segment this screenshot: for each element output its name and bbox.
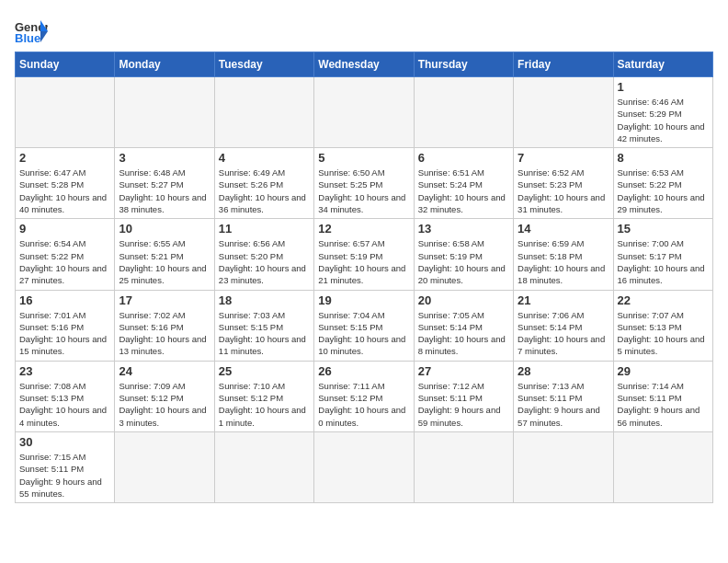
day-number: 15 <box>618 222 709 236</box>
calendar-cell: 5Sunrise: 6:50 AMSunset: 5:25 PMDaylight… <box>314 148 414 219</box>
day-info: Sunrise: 7:11 AMSunset: 5:12 PMDaylight:… <box>318 380 409 429</box>
day-info: Sunrise: 6:59 AMSunset: 5:18 PMDaylight:… <box>518 237 609 286</box>
calendar-cell: 24Sunrise: 7:09 AMSunset: 5:12 PMDayligh… <box>115 361 214 431</box>
calendar-cell: 23Sunrise: 7:08 AMSunset: 5:13 PMDayligh… <box>16 361 115 431</box>
calendar-row: 1Sunrise: 6:46 AMSunset: 5:29 PMDaylight… <box>16 77 713 148</box>
calendar-cell <box>414 431 513 502</box>
page-header: General Blue <box>15 15 713 44</box>
day-number: 30 <box>19 435 110 449</box>
day-number: 2 <box>19 151 110 165</box>
calendar-cell <box>613 431 712 502</box>
day-number: 11 <box>219 222 310 236</box>
day-info: Sunrise: 7:08 AMSunset: 5:13 PMDaylight:… <box>19 380 110 429</box>
day-info: Sunrise: 6:51 AMSunset: 5:24 PMDaylight:… <box>418 167 509 215</box>
logo: General Blue <box>15 18 48 44</box>
calendar-cell <box>16 77 115 148</box>
calendar-cell: 11Sunrise: 6:56 AMSunset: 5:20 PMDayligh… <box>214 219 313 290</box>
weekday-saturday: Saturday <box>613 52 712 77</box>
day-number: 22 <box>618 293 709 307</box>
calendar-cell: 12Sunrise: 6:57 AMSunset: 5:19 PMDayligh… <box>314 219 414 290</box>
calendar-cell: 28Sunrise: 7:13 AMSunset: 5:11 PMDayligh… <box>514 361 613 431</box>
calendar-cell <box>514 77 613 148</box>
day-info: Sunrise: 7:09 AMSunset: 5:12 PMDaylight:… <box>119 380 210 429</box>
calendar-row: 30Sunrise: 7:15 AMSunset: 5:11 PMDayligh… <box>16 431 713 502</box>
day-number: 29 <box>618 364 709 378</box>
day-info: Sunrise: 6:48 AMSunset: 5:27 PMDaylight:… <box>119 167 210 215</box>
calendar-table: SundayMondayTuesdayWednesdayThursdayFrid… <box>15 52 713 503</box>
day-number: 20 <box>418 293 509 307</box>
day-info: Sunrise: 7:13 AMSunset: 5:11 PMDaylight:… <box>518 380 609 429</box>
day-number: 4 <box>219 151 310 165</box>
logo-icon: General Blue <box>15 18 48 44</box>
calendar-cell: 13Sunrise: 6:58 AMSunset: 5:19 PMDayligh… <box>414 219 513 290</box>
day-number: 9 <box>19 222 110 236</box>
day-number: 21 <box>518 293 609 307</box>
calendar-cell: 16Sunrise: 7:01 AMSunset: 5:16 PMDayligh… <box>16 290 115 361</box>
calendar-cell <box>214 431 313 502</box>
day-info: Sunrise: 6:55 AMSunset: 5:21 PMDaylight:… <box>119 237 210 286</box>
calendar-cell <box>314 77 414 148</box>
weekday-friday: Friday <box>514 52 613 77</box>
calendar-cell: 10Sunrise: 6:55 AMSunset: 5:21 PMDayligh… <box>115 219 214 290</box>
svg-text:Blue: Blue <box>15 31 40 44</box>
day-number: 17 <box>119 293 210 307</box>
day-number: 13 <box>418 222 509 236</box>
day-number: 1 <box>618 80 709 94</box>
calendar-cell: 27Sunrise: 7:12 AMSunset: 5:11 PMDayligh… <box>414 361 513 431</box>
calendar-cell: 3Sunrise: 6:48 AMSunset: 5:27 PMDaylight… <box>115 148 214 219</box>
calendar-cell: 20Sunrise: 7:05 AMSunset: 5:14 PMDayligh… <box>414 290 513 361</box>
day-number: 8 <box>618 151 709 165</box>
day-info: Sunrise: 7:00 AMSunset: 5:17 PMDaylight:… <box>618 237 709 286</box>
calendar-cell <box>414 77 513 148</box>
day-number: 7 <box>518 151 609 165</box>
calendar-cell: 30Sunrise: 7:15 AMSunset: 5:11 PMDayligh… <box>16 431 115 502</box>
weekday-tuesday: Tuesday <box>214 52 313 77</box>
day-info: Sunrise: 6:47 AMSunset: 5:28 PMDaylight:… <box>19 167 110 215</box>
calendar-cell: 6Sunrise: 6:51 AMSunset: 5:24 PMDaylight… <box>414 148 513 219</box>
weekday-wednesday: Wednesday <box>314 52 414 77</box>
day-info: Sunrise: 7:14 AMSunset: 5:11 PMDaylight:… <box>618 380 709 429</box>
calendar-row: 2Sunrise: 6:47 AMSunset: 5:28 PMDaylight… <box>16 148 713 219</box>
day-info: Sunrise: 6:58 AMSunset: 5:19 PMDaylight:… <box>418 237 509 286</box>
calendar-row: 23Sunrise: 7:08 AMSunset: 5:13 PMDayligh… <box>16 361 713 431</box>
calendar-row: 16Sunrise: 7:01 AMSunset: 5:16 PMDayligh… <box>16 290 713 361</box>
weekday-monday: Monday <box>115 52 214 77</box>
day-number: 18 <box>219 293 310 307</box>
calendar-cell: 29Sunrise: 7:14 AMSunset: 5:11 PMDayligh… <box>613 361 712 431</box>
calendar-cell: 18Sunrise: 7:03 AMSunset: 5:15 PMDayligh… <box>214 290 313 361</box>
day-number: 26 <box>318 364 409 378</box>
day-info: Sunrise: 7:10 AMSunset: 5:12 PMDaylight:… <box>219 380 310 429</box>
calendar-cell: 21Sunrise: 7:06 AMSunset: 5:14 PMDayligh… <box>514 290 613 361</box>
calendar-cell: 7Sunrise: 6:52 AMSunset: 5:23 PMDaylight… <box>514 148 613 219</box>
calendar-cell: 14Sunrise: 6:59 AMSunset: 5:18 PMDayligh… <box>514 219 613 290</box>
day-info: Sunrise: 7:04 AMSunset: 5:15 PMDaylight:… <box>318 309 409 358</box>
day-number: 5 <box>318 151 409 165</box>
day-info: Sunrise: 6:54 AMSunset: 5:22 PMDaylight:… <box>19 237 110 286</box>
day-number: 19 <box>318 293 409 307</box>
day-info: Sunrise: 7:01 AMSunset: 5:16 PMDaylight:… <box>19 309 110 358</box>
svg-marker-3 <box>40 31 48 42</box>
day-number: 14 <box>518 222 609 236</box>
day-number: 28 <box>518 364 609 378</box>
day-info: Sunrise: 6:46 AMSunset: 5:29 PMDaylight:… <box>618 96 709 144</box>
day-number: 25 <box>219 364 310 378</box>
calendar-cell <box>514 431 613 502</box>
calendar-cell: 2Sunrise: 6:47 AMSunset: 5:28 PMDaylight… <box>16 148 115 219</box>
day-number: 10 <box>119 222 210 236</box>
weekday-thursday: Thursday <box>414 52 513 77</box>
day-info: Sunrise: 7:15 AMSunset: 5:11 PMDaylight:… <box>19 451 110 500</box>
day-number: 23 <box>19 364 110 378</box>
weekday-header-row: SundayMondayTuesdayWednesdayThursdayFrid… <box>16 52 713 77</box>
day-info: Sunrise: 6:52 AMSunset: 5:23 PMDaylight:… <box>518 167 609 215</box>
day-info: Sunrise: 7:06 AMSunset: 5:14 PMDaylight:… <box>518 309 609 358</box>
calendar-cell: 19Sunrise: 7:04 AMSunset: 5:15 PMDayligh… <box>314 290 414 361</box>
calendar-cell: 15Sunrise: 7:00 AMSunset: 5:17 PMDayligh… <box>613 219 712 290</box>
calendar-cell: 26Sunrise: 7:11 AMSunset: 5:12 PMDayligh… <box>314 361 414 431</box>
calendar-cell <box>314 431 414 502</box>
day-info: Sunrise: 6:49 AMSunset: 5:26 PMDaylight:… <box>219 167 310 215</box>
day-number: 6 <box>418 151 509 165</box>
day-info: Sunrise: 7:12 AMSunset: 5:11 PMDaylight:… <box>418 380 509 429</box>
day-number: 27 <box>418 364 509 378</box>
weekday-sunday: Sunday <box>16 52 115 77</box>
calendar-cell <box>214 77 313 148</box>
